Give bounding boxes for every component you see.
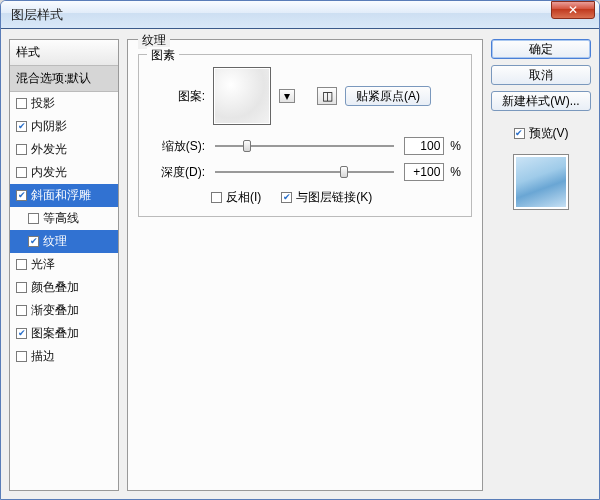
window-title: 图层样式 [11,6,551,24]
style-item[interactable]: 描边 [10,345,118,368]
style-item-label: 颜色叠加 [31,279,79,296]
pattern-swatch[interactable] [213,67,271,125]
action-panel: 确定 取消 新建样式(W)... 预览(V) [491,39,591,491]
depth-label: 深度(D): [149,164,205,181]
style-item[interactable]: 内阴影 [10,115,118,138]
style-item[interactable]: 纹理 [10,230,118,253]
style-item[interactable]: 光泽 [10,253,118,276]
elements-group: 图素 图案: ▾ ◫ 贴紧原点(A) 缩放(S): % [138,54,472,217]
depth-thumb[interactable] [340,166,348,178]
style-item[interactable]: 颜色叠加 [10,276,118,299]
titlebar[interactable]: 图层样式 ✕ [1,1,599,29]
scale-slider[interactable] [215,145,394,147]
pattern-dropdown[interactable]: ▾ [279,89,295,103]
ok-button[interactable]: 确定 [491,39,591,59]
style-checkbox[interactable] [16,121,27,132]
style-item[interactable]: 渐变叠加 [10,299,118,322]
new-style-button[interactable]: 新建样式(W)... [491,91,591,111]
style-item-label: 内阴影 [31,118,67,135]
scale-label: 缩放(S): [149,138,205,155]
depth-row: 深度(D): % [149,163,461,181]
depth-slider[interactable] [215,171,394,173]
pattern-label: 图案: [149,88,205,105]
style-checkbox[interactable] [16,282,27,293]
invert-checkbox[interactable] [211,192,222,203]
link-label: 与图层链接(K) [296,189,372,206]
close-button[interactable]: ✕ [551,1,595,19]
scale-thumb[interactable] [243,140,251,152]
style-checkbox[interactable] [16,190,27,201]
scale-row: 缩放(S): % [149,137,461,155]
style-item-label: 描边 [31,348,55,365]
style-list: 投影内阴影外发光内发光斜面和浮雕等高线纹理光泽颜色叠加渐变叠加图案叠加描边 [10,92,118,490]
style-item[interactable]: 等高线 [10,207,118,230]
depth-unit: % [450,165,461,179]
style-item[interactable]: 图案叠加 [10,322,118,345]
style-checkbox[interactable] [16,351,27,362]
style-item-label: 图案叠加 [31,325,79,342]
style-item[interactable]: 投影 [10,92,118,115]
check-row: 反相(I) 与图层链接(K) [149,189,461,206]
layer-style-dialog: 图层样式 ✕ 样式 混合选项:默认 投影内阴影外发光内发光斜面和浮雕等高线纹理光… [0,0,600,500]
style-checkbox[interactable] [16,259,27,270]
new-pattern-button[interactable]: ◫ [317,87,337,105]
blend-options-header[interactable]: 混合选项:默认 [10,66,118,92]
style-item-label: 渐变叠加 [31,302,79,319]
style-item-label: 投影 [31,95,55,112]
style-item[interactable]: 斜面和浮雕 [10,184,118,207]
link-checkbox[interactable] [281,192,292,203]
preview-checkbox[interactable] [514,128,525,139]
style-checkbox[interactable] [16,98,27,109]
chevron-down-icon: ▾ [284,89,290,103]
style-item-label: 内发光 [31,164,67,181]
link-check[interactable]: 与图层链接(K) [281,189,372,206]
scale-unit: % [450,139,461,153]
styles-panel: 样式 混合选项:默认 投影内阴影外发光内发光斜面和浮雕等高线纹理光泽颜色叠加渐变… [9,39,119,491]
styles-header[interactable]: 样式 [10,40,118,66]
depth-input[interactable] [404,163,444,181]
style-checkbox[interactable] [28,213,39,224]
style-checkbox[interactable] [16,144,27,155]
style-checkbox[interactable] [16,328,27,339]
close-icon: ✕ [568,3,578,17]
style-item-label: 纹理 [43,233,67,250]
scale-input[interactable] [404,137,444,155]
preview-label: 预览(V) [529,125,569,142]
document-icon: ◫ [322,89,333,103]
style-item-label: 光泽 [31,256,55,273]
style-checkbox[interactable] [28,236,39,247]
style-item-label: 斜面和浮雕 [31,187,91,204]
style-item-label: 外发光 [31,141,67,158]
style-item-label: 等高线 [43,210,79,227]
dialog-body: 样式 混合选项:默认 投影内阴影外发光内发光斜面和浮雕等高线纹理光泽颜色叠加渐变… [1,29,599,499]
cancel-button[interactable]: 取消 [491,65,591,85]
style-checkbox[interactable] [16,167,27,178]
invert-label: 反相(I) [226,189,261,206]
elements-group-label: 图素 [147,47,179,64]
preview-check[interactable]: 预览(V) [491,125,591,142]
style-item[interactable]: 外发光 [10,138,118,161]
pattern-row: 图案: ▾ ◫ 贴紧原点(A) [149,67,461,125]
settings-panel: 纹理 图素 图案: ▾ ◫ 贴紧原点(A) 缩放(S): [127,39,483,491]
style-checkbox[interactable] [16,305,27,316]
style-item[interactable]: 内发光 [10,161,118,184]
snap-origin-button[interactable]: 贴紧原点(A) [345,86,431,106]
invert-check[interactable]: 反相(I) [211,189,261,206]
preview-box [513,154,569,210]
